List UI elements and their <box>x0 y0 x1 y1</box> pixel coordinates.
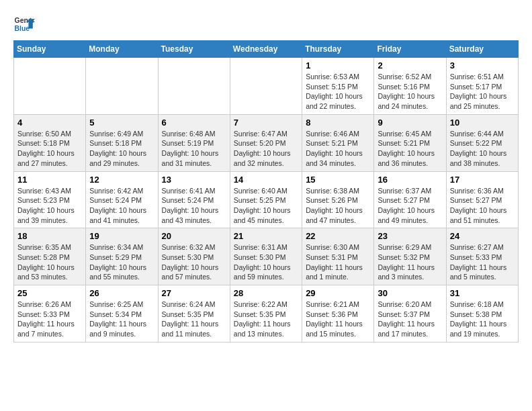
day-cell: 5Sunrise: 6:49 AM Sunset: 5:18 PM Daylig… <box>86 114 158 171</box>
day-cell: 2Sunrise: 6:52 AM Sunset: 5:16 PM Daylig… <box>374 58 446 115</box>
day-number: 26 <box>89 288 154 298</box>
day-number: 31 <box>450 288 515 298</box>
day-cell: 4Sunrise: 6:50 AM Sunset: 5:18 PM Daylig… <box>14 114 86 171</box>
logo: General Blue <box>13 13 35 35</box>
day-cell: 22Sunrise: 6:30 AM Sunset: 5:31 PM Dayli… <box>302 228 374 285</box>
day-info: Sunrise: 6:42 AM Sunset: 5:24 PM Dayligh… <box>89 186 154 226</box>
day-number: 10 <box>450 118 515 128</box>
day-info: Sunrise: 6:31 AM Sunset: 5:30 PM Dayligh… <box>234 242 298 282</box>
day-number: 13 <box>162 175 226 185</box>
day-cell: 19Sunrise: 6:34 AM Sunset: 5:29 PM Dayli… <box>86 228 158 285</box>
day-info: Sunrise: 6:32 AM Sunset: 5:30 PM Dayligh… <box>162 242 226 282</box>
day-cell: 9Sunrise: 6:45 AM Sunset: 5:21 PM Daylig… <box>374 114 446 171</box>
day-cell: 18Sunrise: 6:35 AM Sunset: 5:28 PM Dayli… <box>14 228 86 285</box>
day-number: 28 <box>234 288 298 298</box>
day-info: Sunrise: 6:53 AM Sunset: 5:15 PM Dayligh… <box>306 72 370 111</box>
day-info: Sunrise: 6:40 AM Sunset: 5:25 PM Dayligh… <box>234 186 298 226</box>
week-row-2: 4Sunrise: 6:50 AM Sunset: 5:18 PM Daylig… <box>14 114 519 171</box>
day-number: 14 <box>234 175 298 185</box>
day-number: 7 <box>234 118 298 128</box>
column-header-monday: Monday <box>86 41 158 58</box>
column-header-sunday: Sunday <box>14 41 86 58</box>
day-number: 27 <box>162 288 226 298</box>
day-info: Sunrise: 6:37 AM Sunset: 5:27 PM Dayligh… <box>378 186 442 226</box>
day-info: Sunrise: 6:44 AM Sunset: 5:22 PM Dayligh… <box>450 129 515 169</box>
day-cell: 28Sunrise: 6:22 AM Sunset: 5:35 PM Dayli… <box>230 285 302 342</box>
column-header-saturday: Saturday <box>446 41 518 58</box>
day-cell <box>230 58 302 115</box>
week-row-3: 11Sunrise: 6:43 AM Sunset: 5:23 PM Dayli… <box>14 171 519 228</box>
day-number: 17 <box>450 175 515 185</box>
day-cell: 16Sunrise: 6:37 AM Sunset: 5:27 PM Dayli… <box>374 171 446 228</box>
day-cell: 7Sunrise: 6:47 AM Sunset: 5:20 PM Daylig… <box>230 114 302 171</box>
day-cell: 21Sunrise: 6:31 AM Sunset: 5:30 PM Dayli… <box>230 228 302 285</box>
day-info: Sunrise: 6:38 AM Sunset: 5:26 PM Dayligh… <box>306 186 370 226</box>
day-info: Sunrise: 6:30 AM Sunset: 5:31 PM Dayligh… <box>306 242 370 282</box>
day-info: Sunrise: 6:22 AM Sunset: 5:35 PM Dayligh… <box>234 300 298 339</box>
day-cell: 31Sunrise: 6:18 AM Sunset: 5:38 PM Dayli… <box>446 285 518 342</box>
day-cell: 25Sunrise: 6:26 AM Sunset: 5:33 PM Dayli… <box>14 285 86 342</box>
day-cell <box>14 58 86 115</box>
day-number: 16 <box>378 175 442 185</box>
day-info: Sunrise: 6:52 AM Sunset: 5:16 PM Dayligh… <box>378 72 442 111</box>
day-info: Sunrise: 6:43 AM Sunset: 5:23 PM Dayligh… <box>17 186 82 226</box>
week-row-1: 1Sunrise: 6:53 AM Sunset: 5:15 PM Daylig… <box>14 58 519 115</box>
week-row-5: 25Sunrise: 6:26 AM Sunset: 5:33 PM Dayli… <box>14 285 519 342</box>
day-number: 29 <box>306 288 370 298</box>
header-row: SundayMondayTuesdayWednesdayThursdayFrid… <box>14 41 519 58</box>
day-info: Sunrise: 6:18 AM Sunset: 5:38 PM Dayligh… <box>450 300 515 339</box>
day-info: Sunrise: 6:21 AM Sunset: 5:36 PM Dayligh… <box>306 300 370 339</box>
svg-text:Blue: Blue <box>15 25 30 32</box>
day-cell: 20Sunrise: 6:32 AM Sunset: 5:30 PM Dayli… <box>158 228 230 285</box>
day-info: Sunrise: 6:45 AM Sunset: 5:21 PM Dayligh… <box>378 129 442 169</box>
day-cell: 23Sunrise: 6:29 AM Sunset: 5:32 PM Dayli… <box>374 228 446 285</box>
day-number: 25 <box>17 288 82 298</box>
day-info: Sunrise: 6:51 AM Sunset: 5:17 PM Dayligh… <box>450 72 515 111</box>
day-cell <box>86 58 158 115</box>
day-cell: 27Sunrise: 6:24 AM Sunset: 5:35 PM Dayli… <box>158 285 230 342</box>
day-cell: 14Sunrise: 6:40 AM Sunset: 5:25 PM Dayli… <box>230 171 302 228</box>
day-cell <box>158 58 230 115</box>
day-number: 3 <box>450 60 515 71</box>
day-info: Sunrise: 6:27 AM Sunset: 5:33 PM Dayligh… <box>450 242 515 282</box>
day-info: Sunrise: 6:36 AM Sunset: 5:27 PM Dayligh… <box>450 186 515 226</box>
calendar-table: SundayMondayTuesdayWednesdayThursdayFrid… <box>13 40 519 342</box>
day-info: Sunrise: 6:24 AM Sunset: 5:35 PM Dayligh… <box>162 300 226 339</box>
day-number: 4 <box>17 118 82 128</box>
day-info: Sunrise: 6:25 AM Sunset: 5:34 PM Dayligh… <box>89 300 154 339</box>
day-number: 8 <box>306 118 370 128</box>
header: General Blue <box>13 13 519 35</box>
day-cell: 3Sunrise: 6:51 AM Sunset: 5:17 PM Daylig… <box>446 58 518 115</box>
column-header-friday: Friday <box>374 41 446 58</box>
day-info: Sunrise: 6:49 AM Sunset: 5:18 PM Dayligh… <box>89 129 154 169</box>
day-cell: 11Sunrise: 6:43 AM Sunset: 5:23 PM Dayli… <box>14 171 86 228</box>
day-info: Sunrise: 6:35 AM Sunset: 5:28 PM Dayligh… <box>17 242 82 282</box>
day-number: 2 <box>378 60 442 71</box>
day-info: Sunrise: 6:50 AM Sunset: 5:18 PM Dayligh… <box>17 129 82 169</box>
week-row-4: 18Sunrise: 6:35 AM Sunset: 5:28 PM Dayli… <box>14 228 519 285</box>
day-number: 5 <box>89 118 154 128</box>
day-number: 19 <box>89 231 154 241</box>
day-cell: 17Sunrise: 6:36 AM Sunset: 5:27 PM Dayli… <box>446 171 518 228</box>
day-cell: 10Sunrise: 6:44 AM Sunset: 5:22 PM Dayli… <box>446 114 518 171</box>
day-number: 24 <box>450 231 515 241</box>
day-number: 1 <box>306 60 370 71</box>
day-info: Sunrise: 6:26 AM Sunset: 5:33 PM Dayligh… <box>17 300 82 339</box>
day-info: Sunrise: 6:20 AM Sunset: 5:37 PM Dayligh… <box>378 300 442 339</box>
day-cell: 15Sunrise: 6:38 AM Sunset: 5:26 PM Dayli… <box>302 171 374 228</box>
column-header-thursday: Thursday <box>302 41 374 58</box>
day-cell: 6Sunrise: 6:48 AM Sunset: 5:19 PM Daylig… <box>158 114 230 171</box>
day-info: Sunrise: 6:34 AM Sunset: 5:29 PM Dayligh… <box>89 242 154 282</box>
day-number: 12 <box>89 175 154 185</box>
day-info: Sunrise: 6:46 AM Sunset: 5:21 PM Dayligh… <box>306 129 370 169</box>
day-cell: 13Sunrise: 6:41 AM Sunset: 5:24 PM Dayli… <box>158 171 230 228</box>
day-info: Sunrise: 6:47 AM Sunset: 5:20 PM Dayligh… <box>234 129 298 169</box>
day-number: 22 <box>306 231 370 241</box>
column-header-wednesday: Wednesday <box>230 41 302 58</box>
day-info: Sunrise: 6:29 AM Sunset: 5:32 PM Dayligh… <box>378 242 442 282</box>
column-header-tuesday: Tuesday <box>158 41 230 58</box>
day-cell: 8Sunrise: 6:46 AM Sunset: 5:21 PM Daylig… <box>302 114 374 171</box>
day-cell: 24Sunrise: 6:27 AM Sunset: 5:33 PM Dayli… <box>446 228 518 285</box>
day-number: 21 <box>234 231 298 241</box>
day-cell: 26Sunrise: 6:25 AM Sunset: 5:34 PM Dayli… <box>86 285 158 342</box>
